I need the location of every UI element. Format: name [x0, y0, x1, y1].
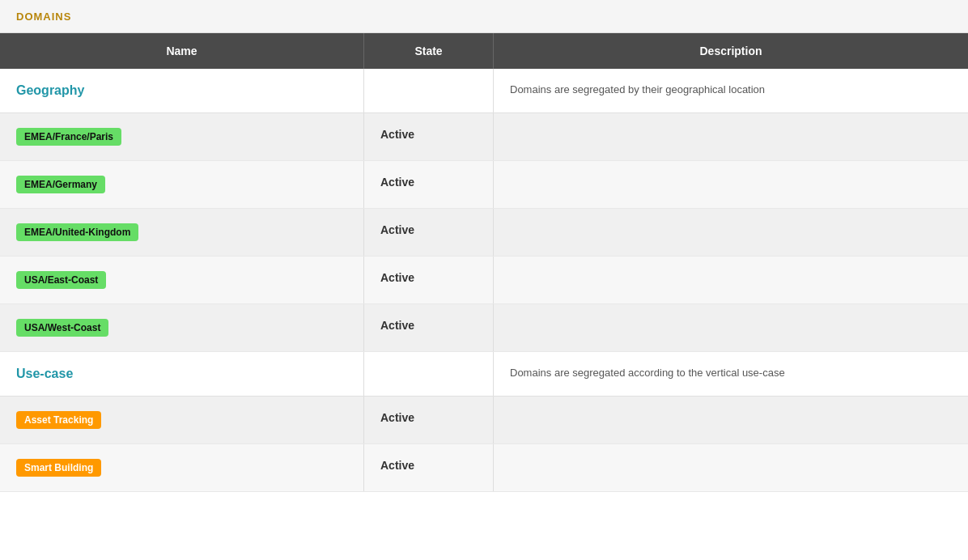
domain-badge: EMEA/Germany: [16, 176, 105, 193]
desc-cell: [494, 209, 968, 256]
table-container: Name State Description Geography Domains…: [0, 33, 968, 492]
group-desc-cell: Domains are segregated according to the …: [494, 352, 968, 396]
col-name-header: Name: [0, 33, 364, 69]
name-cell: USA/West-Coast: [0, 304, 364, 351]
group-name: Use-case: [16, 367, 73, 380]
table-header: Name State Description: [0, 33, 968, 69]
table-row: Asset Tracking Active: [0, 397, 968, 444]
state-cell: Active: [364, 161, 494, 208]
domain-badge: Asset Tracking: [16, 411, 101, 429]
table-body: Geography Domains are segregated by thei…: [0, 69, 968, 492]
domain-badge: EMEA/United-Kingdom: [16, 223, 138, 241]
state-cell: Active: [364, 257, 494, 303]
table-row: EMEA/France/Paris Active: [0, 113, 968, 161]
state-cell: Active: [364, 304, 494, 351]
group-name-cell: Geography: [0, 69, 364, 112]
state-cell: Active: [364, 444, 494, 491]
group-header-geography: Geography Domains are segregated by thei…: [0, 69, 968, 113]
state-cell: Active: [364, 209, 494, 256]
domain-badge: USA/East-Coast: [16, 271, 106, 289]
desc-cell: [494, 161, 968, 208]
desc-cell: [494, 304, 968, 351]
desc-cell: [494, 397, 968, 443]
group-header-use-case: Use-case Domains are segregated accordin…: [0, 352, 968, 397]
desc-cell: [494, 113, 968, 160]
group-state-cell: [364, 69, 494, 112]
desc-cell: [494, 257, 968, 303]
col-state-header: State: [364, 33, 494, 69]
col-desc-header: Description: [494, 33, 968, 69]
name-cell: Smart Building: [0, 444, 364, 491]
table-row: Smart Building Active: [0, 444, 968, 492]
domain-badge: USA/West-Coast: [16, 319, 108, 337]
group-state-cell: [364, 352, 494, 396]
state-cell: Active: [364, 397, 494, 443]
table-row: EMEA/Germany Active: [0, 161, 968, 209]
group-name-cell: Use-case: [0, 352, 364, 396]
page-title: DOMAINS: [16, 11, 71, 23]
table-row: EMEA/United-Kingdom Active: [0, 209, 968, 257]
group-name: Geography: [16, 83, 84, 97]
table-row: USA/West-Coast Active: [0, 304, 968, 352]
domain-badge: EMEA/France/Paris: [16, 128, 121, 146]
name-cell: USA/East-Coast: [0, 257, 364, 303]
state-cell: Active: [364, 113, 494, 160]
name-cell: EMEA/United-Kingdom: [0, 209, 364, 256]
table-row: USA/East-Coast Active: [0, 257, 968, 304]
name-cell: EMEA/France/Paris: [0, 113, 364, 160]
name-cell: EMEA/Germany: [0, 161, 364, 208]
group-desc-cell: Domains are segregated by their geograph…: [494, 69, 968, 112]
name-cell: Asset Tracking: [0, 397, 364, 443]
desc-cell: [494, 444, 968, 491]
page-header: DOMAINS: [0, 0, 968, 33]
domain-badge: Smart Building: [16, 459, 101, 477]
